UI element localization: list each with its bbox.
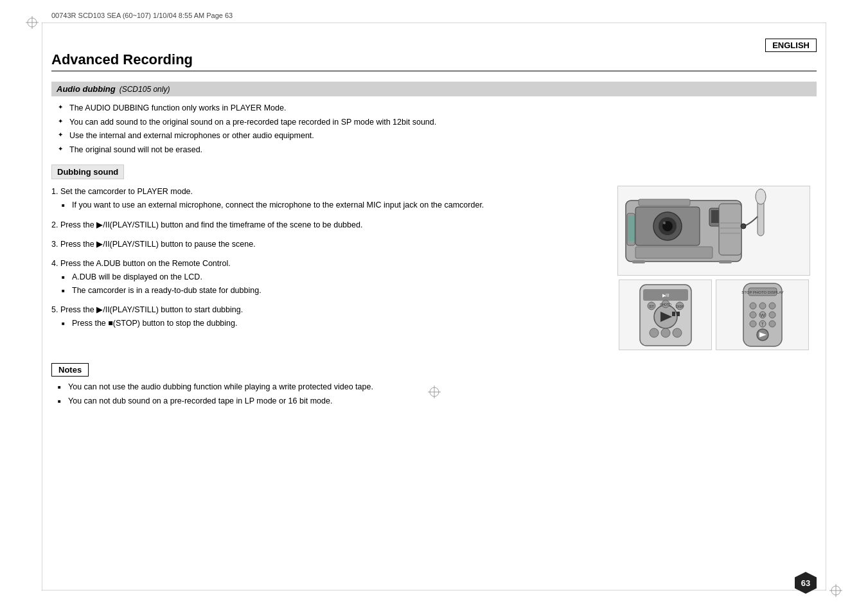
bottom-images-row: ▶/II ST PHOTO DISP bbox=[619, 280, 809, 350]
bullet-4: The original sound will not be erased. bbox=[58, 145, 817, 156]
step-5: 5. Press the ▶/II(PLAY/STILL) button to … bbox=[51, 304, 598, 330]
step-4-sub-1: A.DUB will be displayed on the LCD. bbox=[62, 272, 598, 283]
step-1-subs: If you want to use an external microphon… bbox=[51, 200, 598, 211]
bullet-2: You can add sound to the original sound … bbox=[58, 117, 817, 129]
bullet-1: The AUDIO DUBBING function only works in… bbox=[58, 103, 817, 114]
svg-point-44 bbox=[661, 328, 670, 337]
svg-point-14 bbox=[663, 222, 666, 224]
reg-mark-br bbox=[829, 584, 842, 597]
svg-rect-18 bbox=[719, 204, 741, 255]
svg-text:STOP PHOTO DISPLAY: STOP PHOTO DISPLAY bbox=[741, 290, 784, 294]
step-3: 3. Press the ▶/II(PLAY/STILL) button to … bbox=[51, 238, 598, 250]
svg-text:DISP: DISP bbox=[676, 305, 684, 308]
svg-point-21 bbox=[741, 224, 746, 229]
main-content: Advanced Recording Audio dubbing (SCD105… bbox=[51, 51, 817, 574]
section-heading-italic: Audio dubbing bbox=[57, 84, 116, 94]
step-4: 4. Press the A.DUB button on the Remote … bbox=[51, 258, 598, 296]
svg-rect-25 bbox=[635, 247, 713, 258]
audio-dubbing-bullets: The AUDIO DUBBING function only works in… bbox=[51, 103, 817, 155]
svg-point-20 bbox=[756, 189, 766, 204]
svg-text:ST: ST bbox=[649, 305, 654, 308]
step-1-sub-1: If you want to use an external microphon… bbox=[62, 200, 598, 211]
dubbing-sound-heading: Dubbing sound bbox=[51, 164, 817, 186]
svg-point-3 bbox=[831, 586, 840, 595]
svg-point-49 bbox=[750, 303, 756, 309]
notes-label: Notes bbox=[51, 363, 89, 377]
svg-point-51 bbox=[769, 303, 775, 309]
step-4-subs: A.DUB will be displayed on the LCD. The … bbox=[51, 272, 598, 296]
note-2: You can not dub sound on a pre-recorded … bbox=[58, 396, 817, 407]
remote-full-image: STOP PHOTO DISPLAY W T bbox=[716, 280, 809, 350]
reg-mark-tl bbox=[26, 16, 39, 29]
svg-rect-26 bbox=[632, 260, 645, 263]
camcorder-microphone-image bbox=[617, 186, 810, 276]
bullet-3: Use the internal and external microphone… bbox=[58, 130, 817, 142]
steps-column: 1. Set the camcorder to PLAYER mode. If … bbox=[51, 186, 598, 350]
note-1: You can not use the audio dubbing functi… bbox=[58, 382, 817, 393]
notes-list: You can not use the audio dubbing functi… bbox=[51, 382, 817, 407]
svg-text:W: W bbox=[760, 312, 765, 318]
page-title: Advanced Recording bbox=[51, 51, 817, 71]
svg-rect-34 bbox=[677, 312, 680, 316]
svg-rect-33 bbox=[672, 312, 675, 316]
svg-text:▶/II: ▶/II bbox=[662, 293, 669, 298]
step-5-sub-1: Press the ■(STOP) button to stop the dub… bbox=[62, 318, 598, 330]
svg-text:PHOTO: PHOTO bbox=[660, 303, 671, 306]
svg-point-55 bbox=[769, 312, 775, 318]
english-badge: ENGLISH bbox=[765, 39, 817, 52]
images-column: ▶/II ST PHOTO DISP bbox=[611, 186, 817, 350]
svg-point-50 bbox=[759, 303, 766, 309]
svg-point-56 bbox=[750, 321, 756, 327]
svg-rect-27 bbox=[719, 260, 732, 263]
svg-point-0 bbox=[28, 18, 37, 27]
step-5-subs: Press the ■(STOP) button to stop the dub… bbox=[51, 318, 598, 330]
svg-rect-29 bbox=[628, 215, 634, 241]
svg-point-59 bbox=[769, 321, 775, 327]
section-subtitle: (SCD105 only) bbox=[120, 85, 170, 94]
svg-point-52 bbox=[750, 312, 756, 318]
header-metadata: 00743R SCD103 SEA (60~107) 1/10/04 8:55 … bbox=[51, 12, 233, 19]
notes-section: Notes You can not use the audio dubbing … bbox=[51, 363, 817, 407]
svg-text:T: T bbox=[761, 322, 764, 326]
border-left bbox=[42, 22, 42, 591]
step-4-sub-2: The camcorder is in a ready-to-dub state… bbox=[62, 285, 598, 297]
border-right bbox=[826, 22, 826, 591]
border-top bbox=[42, 22, 826, 23]
step-2: 2. Press the ▶/II(PLAY/STILL) button and… bbox=[51, 219, 598, 231]
two-col-layout: 1. Set the camcorder to PLAYER mode. If … bbox=[51, 186, 817, 350]
remote-control-image: ▶/II ST PHOTO DISP bbox=[619, 280, 712, 350]
svg-point-43 bbox=[650, 328, 659, 337]
border-bottom bbox=[42, 590, 826, 591]
svg-rect-17 bbox=[639, 199, 690, 206]
step-1: 1. Set the camcorder to PLAYER mode. If … bbox=[51, 186, 598, 211]
section-header-audio-dubbing: Audio dubbing (SCD105 only) bbox=[51, 82, 817, 96]
svg-point-45 bbox=[673, 328, 682, 337]
